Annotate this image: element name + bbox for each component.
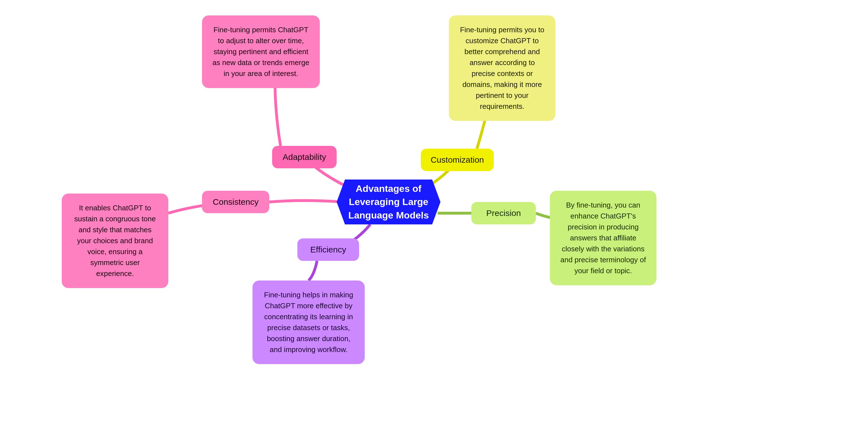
customization-detail: Fine-tuning permits you to customize Cha…	[449, 15, 556, 121]
efficiency-label: Efficiency	[310, 244, 346, 256]
customization-node: Customization	[421, 149, 494, 171]
center-node: Advantages of Leveraging Large Language …	[337, 180, 440, 224]
efficiency-detail-text: Fine-tuning helps in making ChatGPT more…	[264, 291, 353, 354]
adaptability-label: Adaptability	[282, 151, 326, 163]
efficiency-node: Efficiency	[298, 238, 359, 261]
customization-label: Customization	[431, 154, 484, 166]
precision-label: Precision	[486, 207, 521, 219]
mind-map-canvas: Advantages of Leveraging Large Language …	[0, 0, 868, 446]
efficiency-detail: Fine-tuning helps in making ChatGPT more…	[252, 281, 365, 364]
consistency-node: Consistency	[202, 191, 269, 213]
adaptability-node: Adaptability	[272, 146, 337, 168]
customization-detail-text: Fine-tuning permits you to customize Cha…	[460, 26, 545, 110]
consistency-label: Consistency	[213, 196, 258, 208]
adaptability-detail-text: Fine-tuning permits ChatGPT to adjust to…	[212, 26, 309, 78]
adaptability-detail: Fine-tuning permits ChatGPT to adjust to…	[202, 15, 320, 88]
precision-detail: By fine-tuning, you can enhance ChatGPT'…	[550, 191, 656, 285]
precision-node: Precision	[471, 202, 536, 224]
precision-detail-text: By fine-tuning, you can enhance ChatGPT'…	[560, 201, 646, 275]
center-node-label: Advantages of Leveraging Large Language …	[348, 182, 429, 222]
consistency-detail: It enables ChatGPT to sustain a congruou…	[62, 194, 168, 288]
consistency-detail-text: It enables ChatGPT to sustain a congruou…	[74, 204, 156, 278]
